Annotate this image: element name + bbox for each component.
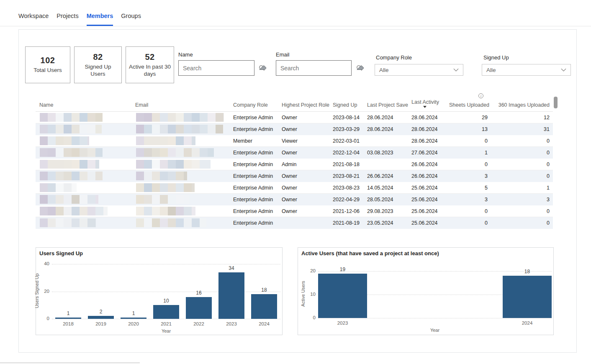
redacted-mosaic — [136, 148, 214, 157]
bar-2023[interactable] — [218, 272, 244, 319]
cell-last-project-save: 26.06.2024 — [364, 173, 408, 179]
table-row[interactable]: Enterprise Admin2021-08-1923.05.202425.0… — [36, 217, 553, 229]
table-row[interactable]: Enterprise AdminOwner2022-04-2928.05.202… — [36, 194, 553, 205]
table-row[interactable]: MemberViewer2022-03-0128.06.202400 — [36, 135, 553, 147]
redacted-mosaic — [40, 148, 103, 157]
column-header-signed-up[interactable]: Signed Up — [329, 102, 364, 108]
cell-signed-up: 2022-04-29 — [329, 197, 364, 203]
column-header-sheets-uploaded[interactable]: Sheets Uploaded — [446, 102, 489, 108]
cell-last-activity: 26.06.2024 — [408, 173, 446, 179]
cell-sheets-uploaded: 0 — [446, 138, 489, 144]
redacted-mosaic — [136, 183, 195, 192]
redacted-mosaic — [136, 136, 195, 145]
cell-images-360-uploaded: 0 — [489, 220, 551, 226]
cell-company-role: Enterprise Admin — [230, 220, 278, 226]
table-row[interactable]: Enterprise AdminAdmin2021-08-1826.06.202… — [36, 159, 553, 170]
table-row[interactable]: Enterprise AdminOwner2023-08-2314.05.202… — [36, 182, 553, 194]
table-header-row: NameEmailCompany RoleHighest Project Rol… — [36, 96, 553, 112]
column-header-last-activity[interactable]: Last Activity — [408, 99, 446, 108]
cell-images-360-uploaded: 0 — [489, 150, 551, 156]
main-panel: 102Total Users82Signed Up Users52Active … — [18, 29, 577, 353]
cell-last-activity: 26.06.2024 — [408, 161, 446, 167]
cell-images-360-uploaded: 1 — [489, 185, 551, 191]
x-tick-label: 2024 — [517, 320, 538, 326]
bar-value-label: 16 — [190, 290, 207, 296]
column-header-last-project-save[interactable]: Last Project Save — [364, 102, 408, 108]
y-tick-label: 20 — [305, 268, 316, 273]
bar-2021[interactable] — [153, 305, 179, 319]
cell-sheets-uploaded: 5 — [446, 185, 489, 191]
column-header-company-role[interactable]: Company Role — [230, 102, 278, 108]
cell-signed-up: 2023-08-21 — [329, 173, 364, 179]
cell-images-360-uploaded: 0 — [489, 208, 551, 214]
redacted-mosaic — [40, 113, 103, 122]
info-icon[interactable]: i — [478, 93, 483, 98]
cell-company-role: Enterprise Admin — [230, 150, 278, 156]
table-row[interactable]: Enterprise AdminOwner2021-12-0629.08.202… — [36, 205, 553, 217]
tab-workspace[interactable]: Workspace — [18, 13, 49, 26]
cell-highest-project-role: Owner — [278, 150, 329, 156]
signed-up-select[interactable]: Alle — [482, 64, 571, 76]
redacted-mosaic — [136, 207, 195, 215]
redacted-mosaic — [136, 160, 211, 169]
bar-2023[interactable] — [318, 274, 367, 318]
column-header-360-images-uploaded[interactable]: 360 Images Uploaded — [489, 102, 551, 108]
bar-value-label: 18 — [519, 269, 536, 274]
cell-name-redacted — [36, 148, 132, 157]
cell-sheets-uploaded: 1 — [446, 150, 489, 156]
cell-email-redacted — [132, 160, 230, 169]
redacted-mosaic — [40, 172, 103, 180]
column-header-highest-project-role[interactable]: Highest Project Role — [278, 102, 329, 108]
cell-last-activity: 25.06.2024 — [408, 208, 446, 214]
cell-name-redacted — [36, 218, 132, 227]
cell-highest-project-role: Admin — [278, 161, 329, 167]
name-search-box[interactable] — [178, 60, 254, 76]
bar-2022[interactable] — [186, 297, 212, 319]
cell-last-activity: 25.06.2024 — [408, 185, 446, 191]
company-role-select[interactable]: Alle — [375, 64, 463, 76]
cell-signed-up: 2023-03-29 — [329, 126, 364, 132]
stat-card-signed-up-users: 82Signed Up Users — [74, 46, 122, 83]
bar-2019[interactable] — [88, 316, 114, 319]
email-search-box[interactable] — [276, 60, 352, 76]
x-tick-label: 2020 — [123, 321, 144, 326]
bar-2018[interactable] — [55, 318, 81, 319]
gridline — [52, 292, 280, 292]
bar-2020[interactable] — [121, 318, 146, 319]
eraser-icon[interactable] — [259, 64, 267, 71]
cell-images-360-uploaded: 31 — [489, 126, 551, 132]
cell-last-activity: 25.06.2024 — [408, 220, 446, 226]
active-users-chart: Active Users (that have saved a project … — [298, 247, 554, 335]
cell-name-redacted — [36, 125, 132, 133]
cell-email-redacted — [132, 148, 230, 157]
table-row[interactable]: Enterprise AdminOwner2023-08-2126.06.202… — [36, 170, 553, 182]
tab-members[interactable]: Members — [87, 13, 113, 26]
cell-highest-project-role: Owner — [278, 173, 329, 179]
chart-title: Users Signed Up — [39, 250, 83, 256]
cell-email-redacted — [132, 183, 230, 192]
cell-sheets-uploaded: 29 — [446, 115, 489, 120]
bar-2024[interactable] — [503, 276, 552, 318]
x-tick-label: 2023 — [221, 321, 242, 326]
y-tick-label: 10 — [305, 292, 316, 297]
y-tick-label: 20 — [39, 289, 49, 294]
cell-last-activity: 25.06.2024 — [408, 197, 446, 203]
email-search-input[interactable] — [280, 65, 356, 72]
members-table: NameEmailCompany RoleHighest Project Rol… — [36, 96, 553, 229]
name-search-input[interactable] — [183, 65, 259, 72]
cell-sheets-uploaded: 0 — [446, 161, 489, 167]
table-row[interactable]: Enterprise AdminOwner2023-08-1428.06.202… — [36, 112, 553, 123]
y-tick-label: 40 — [39, 261, 49, 266]
column-header-email[interactable]: Email — [132, 102, 230, 108]
tab-projects[interactable]: Projects — [57, 13, 78, 26]
bar-2024[interactable] — [251, 294, 277, 319]
eraser-icon[interactable] — [356, 64, 365, 71]
column-header-name[interactable]: Name — [36, 102, 132, 108]
cell-email-redacted — [132, 125, 230, 133]
x-tick-label: 2021 — [156, 321, 177, 326]
table-scrollbar-thumb[interactable] — [554, 97, 558, 108]
table-row[interactable]: Enterprise AdminOwner2022-12-0403.08.202… — [36, 147, 553, 159]
tab-groups[interactable]: Groups — [121, 13, 141, 26]
users-signed-up-chart: Users Signed UpUsers Signed Up0204012018… — [36, 247, 283, 335]
table-row[interactable]: Enterprise AdminOwner2023-03-2928.06.202… — [36, 123, 553, 135]
